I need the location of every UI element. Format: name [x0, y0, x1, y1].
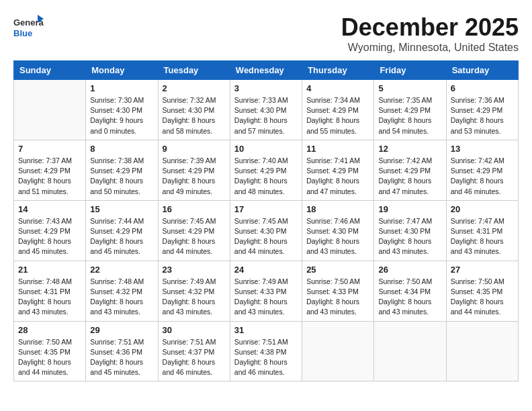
calendar-cell: 3Sunrise: 7:33 AMSunset: 4:30 PMDaylight… — [230, 80, 302, 140]
day-number: 6 — [451, 83, 514, 93]
day-number: 11 — [306, 144, 369, 154]
month-title: December 2025 — [341, 13, 519, 42]
calendar-cell: 15Sunrise: 7:44 AMSunset: 4:29 PMDayligh… — [86, 200, 158, 261]
calendar-cell: 22Sunrise: 7:48 AMSunset: 4:32 PMDayligh… — [86, 261, 158, 321]
day-number: 21 — [18, 265, 81, 275]
svg-text:Blue: Blue — [13, 28, 32, 38]
calendar-cell: 2Sunrise: 7:32 AMSunset: 4:30 PMDaylight… — [158, 80, 230, 140]
calendar-cell: 4Sunrise: 7:34 AMSunset: 4:29 PMDaylight… — [302, 80, 374, 140]
calendar-cell: 13Sunrise: 7:42 AMSunset: 4:29 PMDayligh… — [446, 140, 518, 200]
day-number: 12 — [378, 144, 441, 154]
calendar-cell: 23Sunrise: 7:49 AMSunset: 4:32 PMDayligh… — [158, 261, 230, 321]
day-number: 2 — [163, 83, 226, 93]
day-number: 22 — [90, 265, 153, 275]
day-info: Sunrise: 7:50 AMSunset: 4:34 PMDaylight:… — [378, 277, 441, 318]
day-number: 8 — [90, 144, 153, 154]
day-info: Sunrise: 7:50 AMSunset: 4:35 PMDaylight:… — [451, 277, 514, 318]
logo: General Blue — [13, 13, 44, 40]
day-info: Sunrise: 7:46 AMSunset: 4:30 PMDaylight:… — [306, 216, 369, 257]
calendar-table: SundayMondayTuesdayWednesdayThursdayFrid… — [13, 60, 519, 381]
day-number: 24 — [234, 265, 298, 275]
calendar-cell: 7Sunrise: 7:37 AMSunset: 4:29 PMDaylight… — [14, 140, 86, 200]
calendar-cell: 20Sunrise: 7:47 AMSunset: 4:31 PMDayligh… — [446, 200, 518, 261]
day-info: Sunrise: 7:41 AMSunset: 4:29 PMDaylight:… — [306, 156, 369, 197]
weekday-header-friday: Friday — [374, 61, 446, 80]
day-info: Sunrise: 7:51 AMSunset: 4:37 PMDaylight:… — [163, 337, 226, 378]
day-info: Sunrise: 7:39 AMSunset: 4:29 PMDaylight:… — [163, 156, 226, 197]
calendar-cell: 6Sunrise: 7:36 AMSunset: 4:29 PMDaylight… — [446, 80, 518, 140]
calendar-cell: 21Sunrise: 7:48 AMSunset: 4:31 PMDayligh… — [14, 261, 86, 321]
day-number: 31 — [234, 325, 298, 335]
day-number: 16 — [163, 204, 226, 214]
day-number: 17 — [234, 204, 298, 214]
day-info: Sunrise: 7:47 AMSunset: 4:30 PMDaylight:… — [378, 216, 441, 257]
day-number: 14 — [18, 204, 81, 214]
logo-icon: General Blue — [13, 13, 44, 40]
calendar-cell: 12Sunrise: 7:42 AMSunset: 4:29 PMDayligh… — [374, 140, 446, 200]
day-info: Sunrise: 7:33 AMSunset: 4:30 PMDaylight:… — [234, 95, 298, 136]
calendar-cell — [14, 80, 86, 140]
calendar-cell: 26Sunrise: 7:50 AMSunset: 4:34 PMDayligh… — [374, 261, 446, 321]
day-number: 3 — [234, 83, 298, 93]
day-info: Sunrise: 7:50 AMSunset: 4:35 PMDaylight:… — [18, 337, 81, 378]
calendar-cell: 28Sunrise: 7:50 AMSunset: 4:35 PMDayligh… — [14, 321, 86, 381]
day-info: Sunrise: 7:36 AMSunset: 4:29 PMDaylight:… — [451, 95, 514, 136]
calendar-cell: 25Sunrise: 7:50 AMSunset: 4:33 PMDayligh… — [302, 261, 374, 321]
weekday-header-thursday: Thursday — [302, 61, 374, 80]
calendar-cell — [374, 321, 446, 381]
calendar-cell: 5Sunrise: 7:35 AMSunset: 4:29 PMDaylight… — [374, 80, 446, 140]
day-info: Sunrise: 7:42 AMSunset: 4:29 PMDaylight:… — [451, 156, 514, 197]
day-info: Sunrise: 7:40 AMSunset: 4:29 PMDaylight:… — [234, 156, 298, 197]
day-info: Sunrise: 7:47 AMSunset: 4:31 PMDaylight:… — [451, 216, 514, 257]
day-info: Sunrise: 7:45 AMSunset: 4:29 PMDaylight:… — [163, 216, 226, 257]
calendar-cell: 30Sunrise: 7:51 AMSunset: 4:37 PMDayligh… — [158, 321, 230, 381]
day-info: Sunrise: 7:50 AMSunset: 4:33 PMDaylight:… — [306, 277, 369, 318]
weekday-header-tuesday: Tuesday — [158, 61, 230, 80]
day-info: Sunrise: 7:49 AMSunset: 4:33 PMDaylight:… — [234, 277, 298, 318]
calendar-cell: 18Sunrise: 7:46 AMSunset: 4:30 PMDayligh… — [302, 200, 374, 261]
calendar-cell: 14Sunrise: 7:43 AMSunset: 4:29 PMDayligh… — [14, 200, 86, 261]
week-row-0: 1Sunrise: 7:30 AMSunset: 4:30 PMDaylight… — [14, 80, 519, 140]
calendar-cell: 9Sunrise: 7:39 AMSunset: 4:29 PMDaylight… — [158, 140, 230, 200]
calendar-cell: 17Sunrise: 7:45 AMSunset: 4:30 PMDayligh… — [230, 200, 302, 261]
page-header: General Blue December 2025 Wyoming, Minn… — [13, 13, 519, 54]
day-number: 18 — [306, 204, 369, 214]
calendar-cell: 10Sunrise: 7:40 AMSunset: 4:29 PMDayligh… — [230, 140, 302, 200]
title-block: December 2025 Wyoming, Minnesota, United… — [341, 13, 519, 54]
day-info: Sunrise: 7:30 AMSunset: 4:30 PMDaylight:… — [90, 95, 153, 136]
day-number: 28 — [18, 325, 81, 335]
day-number: 9 — [163, 144, 226, 154]
calendar-cell — [446, 321, 518, 381]
day-number: 29 — [90, 325, 153, 335]
day-info: Sunrise: 7:43 AMSunset: 4:29 PMDaylight:… — [18, 216, 81, 257]
day-info: Sunrise: 7:34 AMSunset: 4:29 PMDaylight:… — [306, 95, 369, 136]
day-info: Sunrise: 7:32 AMSunset: 4:30 PMDaylight:… — [163, 95, 226, 136]
day-number: 27 — [451, 265, 514, 275]
day-info: Sunrise: 7:38 AMSunset: 4:29 PMDaylight:… — [90, 156, 153, 197]
day-info: Sunrise: 7:37 AMSunset: 4:29 PMDaylight:… — [18, 156, 81, 197]
weekday-header-wednesday: Wednesday — [230, 61, 302, 80]
day-number: 10 — [234, 144, 298, 154]
day-number: 7 — [18, 144, 81, 154]
calendar-cell: 29Sunrise: 7:51 AMSunset: 4:36 PMDayligh… — [86, 321, 158, 381]
day-info: Sunrise: 7:49 AMSunset: 4:32 PMDaylight:… — [163, 277, 226, 318]
day-info: Sunrise: 7:48 AMSunset: 4:32 PMDaylight:… — [90, 277, 153, 318]
calendar-cell: 16Sunrise: 7:45 AMSunset: 4:29 PMDayligh… — [158, 200, 230, 261]
day-info: Sunrise: 7:42 AMSunset: 4:29 PMDaylight:… — [378, 156, 441, 197]
calendar-cell: 24Sunrise: 7:49 AMSunset: 4:33 PMDayligh… — [230, 261, 302, 321]
calendar-cell: 1Sunrise: 7:30 AMSunset: 4:30 PMDaylight… — [86, 80, 158, 140]
weekday-header-row: SundayMondayTuesdayWednesdayThursdayFrid… — [14, 61, 519, 80]
day-number: 23 — [163, 265, 226, 275]
calendar-cell: 19Sunrise: 7:47 AMSunset: 4:30 PMDayligh… — [374, 200, 446, 261]
calendar-cell: 27Sunrise: 7:50 AMSunset: 4:35 PMDayligh… — [446, 261, 518, 321]
day-number: 25 — [306, 265, 369, 275]
calendar-cell: 8Sunrise: 7:38 AMSunset: 4:29 PMDaylight… — [86, 140, 158, 200]
weekday-header-saturday: Saturday — [446, 61, 518, 80]
day-number: 20 — [451, 204, 514, 214]
day-info: Sunrise: 7:48 AMSunset: 4:31 PMDaylight:… — [18, 277, 81, 318]
day-number: 13 — [451, 144, 514, 154]
day-number: 5 — [378, 83, 441, 93]
day-number: 30 — [163, 325, 226, 335]
day-number: 15 — [90, 204, 153, 214]
week-row-2: 14Sunrise: 7:43 AMSunset: 4:29 PMDayligh… — [14, 200, 519, 261]
